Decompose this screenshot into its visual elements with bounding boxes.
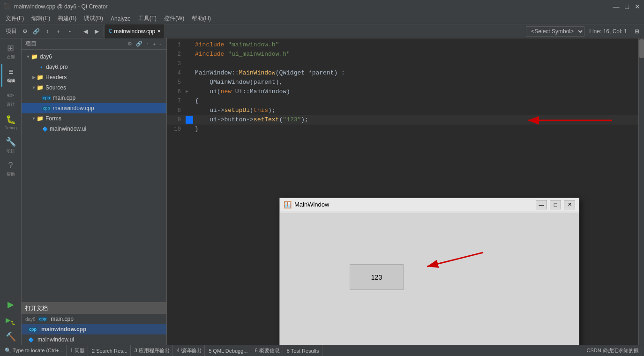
code-line-1: 1 #include "mainwindow.h" bbox=[167, 40, 644, 50]
line-num-1: 1 bbox=[167, 40, 186, 50]
panel-collapse-btn[interactable]: - bbox=[158, 40, 163, 47]
float-maximize-btn[interactable]: □ bbox=[550, 200, 561, 209]
tree-item-sources[interactable]: ▼ 📁 Sources bbox=[22, 82, 166, 93]
menu-file[interactable]: 文件(F) bbox=[2, 14, 28, 23]
collapse-btn[interactable]: - bbox=[65, 26, 75, 37]
floating-window: 🪟 MainWindow — □ ✕ · bbox=[279, 198, 579, 345]
open-docs-title: 打开文档 bbox=[25, 304, 48, 312]
demo-button[interactable]: 123 bbox=[350, 264, 404, 290]
tree-arrow-day6: ▼ bbox=[25, 54, 31, 59]
sidebar-item-debug[interactable]: 🐛 Debug bbox=[1, 111, 20, 133]
floating-window-title: MainWindow bbox=[294, 201, 533, 208]
sidebar-item-build[interactable]: 🔨 bbox=[1, 329, 20, 345]
panel-add-btn[interactable]: + bbox=[151, 40, 157, 47]
open-docs-name-0: main.cpp bbox=[51, 316, 74, 322]
tree-item-day6pro[interactable]: 🔹 day6.pro bbox=[22, 62, 166, 72]
status-compile[interactable]: 4 编译输出 bbox=[174, 345, 205, 356]
tree-item-mainwindowcpp[interactable]: cpp mainwindow.cpp bbox=[22, 103, 166, 113]
line-arrow-9 bbox=[186, 116, 193, 124]
tree-label-maincpp: main.cpp bbox=[53, 95, 76, 101]
ui-icon-od: 🔷 bbox=[28, 337, 34, 342]
status-appoutput[interactable]: 3 应用程序输出 bbox=[132, 345, 173, 356]
minimize-button[interactable]: — bbox=[613, 3, 620, 10]
tree-label-mainwindowui: mainwindow.ui bbox=[50, 126, 86, 132]
open-docs-mainwindowcpp[interactable]: cpp mainwindow.cpp bbox=[22, 324, 166, 334]
menu-tools[interactable]: 工具(T) bbox=[135, 14, 160, 23]
project-tree: ▼ 📁 day6 🔹 day6.pro ▶ 📁 Headers ▼ bbox=[22, 50, 166, 302]
code-line-10: 10 } bbox=[167, 125, 644, 134]
menu-debug[interactable]: 调试(D) bbox=[80, 14, 107, 23]
tree-item-headers[interactable]: ▶ 📁 Headers bbox=[22, 72, 166, 82]
line-num-4: 4 bbox=[167, 68, 186, 78]
status-search-label: 2 Search Res... bbox=[92, 348, 127, 354]
symbol-selector[interactable]: <Select Symbol> bbox=[526, 26, 584, 37]
code-line-4: 4 MainWindow::MainWindow(QWidget *parent… bbox=[167, 68, 644, 78]
open-docs-maincpp[interactable]: day6 cpp main.cpp bbox=[22, 314, 166, 324]
status-issues[interactable]: 1 问题 bbox=[67, 345, 88, 356]
tree-item-mainwindowui[interactable]: 🔷 mainwindow.ui bbox=[22, 124, 166, 134]
maximize-button[interactable]: □ bbox=[625, 3, 629, 10]
close-button[interactable]: ✕ bbox=[635, 3, 640, 10]
sidebar-item-design[interactable]: ✏ 设计 bbox=[1, 88, 20, 111]
back-btn[interactable]: ◀ bbox=[80, 26, 90, 37]
float-inner: 123 bbox=[282, 215, 577, 345]
scrollbar-thumb[interactable] bbox=[639, 39, 644, 58]
panel-link-btn[interactable]: 🔗 bbox=[135, 40, 144, 47]
status-search[interactable]: 2 Search Res... bbox=[89, 345, 131, 356]
tree-arrow-headers: ▶ bbox=[31, 75, 37, 80]
nav-section: ◀ ▶ bbox=[78, 26, 104, 37]
sidebar-item-run[interactable]: ▶ bbox=[1, 297, 20, 312]
panel-up-btn[interactable]: ↑ bbox=[145, 40, 150, 47]
design-icon: ✏ bbox=[7, 90, 14, 101]
code-line-7: 7 { bbox=[167, 96, 644, 106]
sidebar-item-project[interactable]: 🔧 项目 bbox=[1, 134, 20, 157]
sidebar-item-run-debug[interactable]: ▶🐛 bbox=[1, 313, 20, 328]
project-label: 项目 bbox=[4, 27, 19, 35]
editor-area[interactable]: 1 #include "mainwindow.h" 2 #include "ui… bbox=[167, 38, 644, 345]
vertical-scrollbar[interactable] bbox=[638, 38, 644, 345]
forward-btn[interactable]: ▶ bbox=[91, 26, 102, 37]
folder-icon-forms: 📁 bbox=[37, 115, 44, 122]
tree-label-day6pro: day6.pro bbox=[46, 64, 68, 70]
project-panel: 项目 ⚙ 🔗 ↑ + - ▼ 📁 day6 🔹 day6.p bbox=[22, 38, 167, 345]
open-docs-mainwindowui[interactable]: 🔷 mainwindow.ui bbox=[22, 334, 166, 345]
status-test-label: 8 Test Results bbox=[287, 348, 319, 354]
tree-item-day6[interactable]: ▼ 📁 day6 bbox=[22, 52, 166, 62]
menu-edit[interactable]: 编辑(E) bbox=[28, 14, 54, 23]
sync-btn[interactable]: ↕ bbox=[42, 26, 52, 37]
status-qml[interactable]: 5 QML Debugg... bbox=[206, 345, 251, 356]
code-line-3: 3 bbox=[167, 59, 644, 68]
tree-item-maincpp[interactable]: cpp main.cpp bbox=[22, 93, 166, 103]
folder-icon-headers: 📁 bbox=[37, 74, 44, 81]
expand-btn[interactable]: + bbox=[53, 26, 64, 37]
menu-controls[interactable]: 控件(W) bbox=[160, 14, 188, 23]
filter-btn[interactable]: ⚙ bbox=[20, 26, 30, 37]
status-test[interactable]: 8 Test Results bbox=[284, 345, 322, 356]
menu-build[interactable]: 构建(B) bbox=[54, 14, 80, 23]
status-overview[interactable]: 6 概要信息 bbox=[252, 345, 283, 356]
sidebar-item-welcome[interactable]: ⊞ 欢迎 bbox=[1, 40, 20, 63]
status-compile-label: 4 编译输出 bbox=[177, 347, 202, 354]
menu-analyze[interactable]: Analyze bbox=[107, 15, 135, 23]
status-locate[interactable]: 🔍 Type to locate (Ctrl+... bbox=[2, 345, 67, 356]
active-tab[interactable]: C mainwindow.cpp ✕ bbox=[105, 24, 165, 38]
floating-window-titlebar: 🪟 MainWindow — □ ✕ bbox=[280, 198, 579, 211]
split-btn[interactable]: ⊞ bbox=[632, 26, 642, 37]
status-issues-label: 1 问题 bbox=[70, 347, 85, 354]
link-btn[interactable]: 🔗 bbox=[31, 26, 41, 37]
float-close-btn[interactable]: ✕ bbox=[564, 200, 575, 209]
cpp-icon-main: cpp bbox=[42, 96, 51, 100]
code-line-5: 5 QMainWindow(parent), bbox=[167, 78, 644, 87]
tree-item-forms[interactable]: ▼ 📁 Forms bbox=[22, 113, 166, 124]
tree-label-headers: Headers bbox=[45, 74, 67, 81]
sidebar-item-help[interactable]: ? 帮助 bbox=[1, 158, 20, 180]
code-line-8: 8 ui->setupUi(this); bbox=[167, 106, 644, 115]
float-minimize-btn[interactable]: — bbox=[536, 200, 547, 209]
line-num-3: 3 bbox=[167, 59, 186, 68]
menu-help[interactable]: 帮助(H) bbox=[188, 14, 215, 23]
tab-close-btn[interactable]: ✕ bbox=[157, 29, 161, 34]
line-num-2: 2 bbox=[167, 50, 186, 59]
panel-filter-btn[interactable]: ⚙ bbox=[126, 40, 134, 47]
sidebar-item-edit[interactable]: ≡ 编辑 bbox=[1, 64, 20, 87]
tree-label-forms: Forms bbox=[45, 115, 61, 122]
